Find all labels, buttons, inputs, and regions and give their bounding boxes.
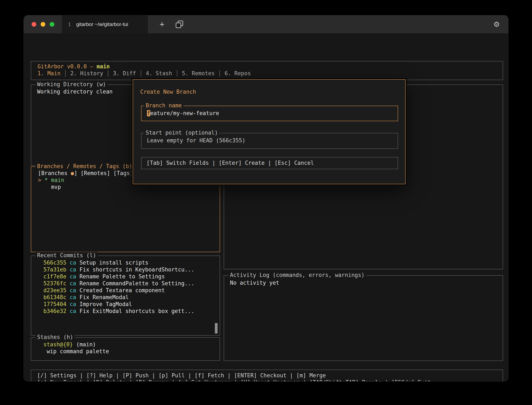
stashes-title: Stashes (h): [35, 334, 75, 341]
activity-log-title: Activity Log (commands, errors, warnings…: [228, 272, 366, 279]
commit-row[interactable]: 52376fccaRename CommandPalette to Settin…: [31, 280, 220, 287]
remotes-tags-tabs[interactable]: ] [Remotes] [Tags]: [74, 170, 133, 176]
selection-marker: [38, 184, 44, 190]
commit-message: Setup install scripts: [80, 260, 148, 266]
modal-title: Create New Branch: [140, 88, 405, 95]
shortcuts-line-1: [/] Settings | [?] Help | [P] Push | [p]…: [31, 372, 503, 379]
branch-name: * main: [44, 177, 64, 183]
shortcuts-bar: [/] Settings | [?] Help | [P] Push | [p]…: [31, 370, 503, 381]
commit-message: Fix ExitModal shortcuts box gett...: [80, 308, 194, 314]
close-button[interactable]: [32, 22, 36, 27]
stash-name: stash@{0}: [43, 341, 73, 348]
text-cursor: f: [147, 110, 150, 116]
commit-author: ca: [70, 266, 76, 273]
commit-row[interactable]: 57a31ebcaFix shortcuts in KeyboardShortc…: [31, 266, 220, 273]
commit-hash: 57a31eb: [43, 266, 67, 273]
maximize-button[interactable]: [50, 22, 54, 27]
shortcuts-line-2: [n] New Branch | [D] Delete | [R] Rename…: [31, 379, 503, 381]
commit-hash: 566c355: [43, 260, 67, 266]
commit-hash: c1f7e8e: [43, 273, 67, 280]
branch-name: mvp: [44, 184, 61, 190]
app-title: GitArbor v0.0.0 —: [38, 63, 97, 70]
stash-ref: (main): [76, 341, 96, 348]
current-branch: main: [97, 63, 110, 70]
modal-help-text: [Tab] Switch Fields | [Enter] Create | […: [141, 157, 398, 166]
commit-message: Rename Palette to Settings: [80, 273, 165, 280]
header-tabs: 1. Main │ 2. History │ 3. Diff │ 4. Stas…: [31, 70, 503, 77]
commit-message: Fix RenameModal: [80, 294, 129, 300]
commit-hash: b61348c: [43, 294, 67, 300]
branch-row[interactable]: mvp: [31, 184, 220, 190]
start-point-input[interactable]: Start point (optional) Leave empty for H…: [141, 133, 398, 149]
commit-hash: 1775404: [43, 301, 67, 307]
settings-button[interactable]: ⚙: [491, 15, 502, 33]
terminal-content: GitArbor v0.0.0 — main 1. Main │ 2. Hist…: [24, 33, 508, 381]
commit-row[interactable]: 1775404caImprove TagModal: [31, 301, 220, 308]
commit-message: Improve TagModal: [80, 301, 132, 307]
tab-separator: │: [136, 70, 146, 76]
commit-hash: b346e32: [43, 308, 67, 314]
commit-author: ca: [70, 294, 76, 300]
app-header-panel: GitArbor v0.0.0 — main 1. Main │ 2. Hist…: [31, 61, 503, 80]
gear-icon: ⚙: [493, 20, 500, 28]
plus-icon: +: [160, 20, 164, 29]
commit-author: ca: [70, 280, 76, 287]
working-directory-title: Working Directory (w): [35, 81, 108, 88]
commit-message: Rename CommandPalette to Setting...: [80, 280, 194, 287]
tab-overview-button[interactable]: [175, 20, 184, 29]
terminal-tab[interactable]: 1 gitarbor ~/w/gitarbor-tui: [62, 15, 148, 33]
traffic-lights: [32, 22, 54, 27]
tab-separator: │: [61, 70, 70, 76]
commit-row[interactable]: 566c355caSetup install scripts: [31, 259, 220, 266]
tab-main[interactable]: 1. Main: [38, 70, 61, 76]
tab-number: 1: [68, 22, 71, 27]
tab-title: gitarbor ~/w/gitarbor-tui: [76, 21, 128, 27]
commit-message: Created Textarea component: [80, 287, 165, 293]
selection-marker: >: [38, 177, 44, 183]
window-titlebar: 1 gitarbor ~/w/gitarbor-tui + ⚙: [24, 15, 508, 33]
tab-remotes[interactable]: 5. Remotes: [182, 70, 215, 76]
commit-row[interactable]: b346e32caFix ExitModal shortcuts box get…: [31, 308, 220, 315]
branch-name-label: Branch name: [144, 102, 183, 109]
commit-row[interactable]: c1f7e8ecaRename Palette to Settings: [31, 273, 220, 280]
activity-log-panel: Activity Log (commands, errors, warnings…: [224, 275, 503, 361]
commit-message: Fix shortcuts in KeyboardShortcu...: [80, 266, 194, 273]
commit-author: ca: [70, 273, 76, 280]
activity-log-status: No activity yet: [224, 279, 503, 286]
commit-author: ca: [70, 308, 76, 314]
commit-hash: d23ee35: [43, 287, 67, 293]
tab-history[interactable]: 2. History: [70, 70, 103, 76]
active-dot-icon: ●: [71, 170, 74, 176]
tab-stash[interactable]: 4. Stash: [146, 70, 172, 76]
minimize-button[interactable]: [41, 22, 45, 27]
branches-panel-title: Branches / Remotes / Tags (b): [35, 163, 134, 170]
branches-tab[interactable]: [Branches: [38, 170, 71, 176]
modal-help-box: [Tab] Switch Fields | [Enter] Create | […: [141, 157, 398, 169]
commit-row[interactable]: b61348ccaFix RenameModal: [31, 294, 220, 301]
branch-name-input[interactable]: Branch name feature/my-new-feature: [141, 106, 398, 121]
branch-name-text: eature/my-new-feature: [150, 110, 219, 116]
commits-scrollbar-thumb[interactable]: [215, 323, 218, 333]
tab-separator: │: [172, 70, 182, 76]
stashes-panel: Stashes (h) stash@{0}(main) wip command …: [31, 337, 220, 361]
recent-commits-title: Recent Commits (l): [35, 252, 98, 259]
terminal-window: 1 gitarbor ~/w/gitarbor-tui + ⚙ GitArbor…: [24, 15, 508, 381]
create-branch-modal: Create New Branch Branch name feature/my…: [133, 79, 406, 184]
stash-message: wip command palette: [31, 348, 220, 355]
commit-author: ca: [70, 260, 76, 266]
stash-row[interactable]: stash@{0}(main): [31, 341, 220, 348]
tab-overview-icon: [175, 20, 184, 29]
tab-repos[interactable]: 6. Repos: [224, 70, 251, 76]
tab-separator: │: [215, 70, 224, 76]
commit-hash: 52376fc: [43, 280, 67, 287]
new-tab-button[interactable]: +: [156, 15, 168, 33]
commit-row[interactable]: d23ee35caCreated Textarea component: [31, 287, 220, 294]
tab-diff[interactable]: 3. Diff: [113, 70, 136, 76]
recent-commits-panel: Recent Commits (l) 566c355caSetup instal…: [31, 256, 220, 336]
tab-separator: │: [103, 70, 113, 76]
app-title-line: GitArbor v0.0.0 — main: [31, 63, 503, 70]
commit-author: ca: [70, 301, 76, 307]
commit-author: ca: [70, 287, 76, 293]
start-point-label: Start point (optional): [144, 129, 219, 136]
